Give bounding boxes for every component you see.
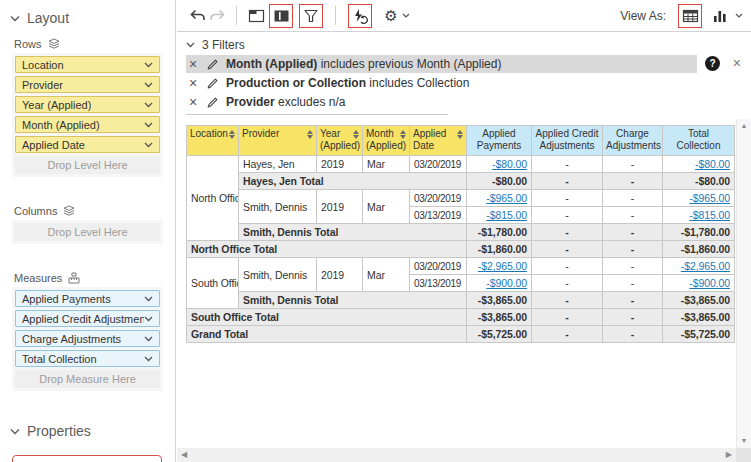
field-pill[interactable]: Applied Credit Adjustments xyxy=(15,310,160,327)
field-pill[interactable]: Provider xyxy=(15,76,160,93)
filter-row[interactable]: ×Provider excludes n/a xyxy=(186,93,748,111)
amount-link[interactable]: -$80.00 xyxy=(695,158,730,170)
column-header-dimension[interactable]: Applied Date xyxy=(410,126,467,156)
field-pill[interactable]: Month (Applied) xyxy=(15,116,160,133)
table-cell: 03/13/2019 xyxy=(410,275,467,292)
report-options-button[interactable]: Report Options... xyxy=(12,455,162,462)
column-header-label: Applied Credit Adjustments xyxy=(536,128,599,151)
column-header-measure[interactable]: Charge Adjustments xyxy=(603,126,663,156)
auto-refresh-icon[interactable] xyxy=(350,6,370,26)
close-filter-detail-icon[interactable]: × xyxy=(733,55,741,71)
chevron-down-icon[interactable] xyxy=(735,13,743,18)
rows-drop-hint[interactable]: Drop Level Here xyxy=(15,156,160,174)
field-pill[interactable]: Location xyxy=(15,56,160,73)
scroll-right-icon[interactable]: ▶ xyxy=(726,448,732,462)
scroll-up-icon[interactable]: ▲ xyxy=(737,121,751,131)
sort-icon[interactable] xyxy=(400,130,406,139)
column-header-dimension[interactable]: Location xyxy=(187,126,239,156)
filter-bar[interactable]: ×Production or Collection includes Colle… xyxy=(186,74,748,92)
column-header-label: Total Collection xyxy=(677,128,721,151)
amount-link[interactable]: -$2,965.00 xyxy=(681,260,730,272)
amount-link[interactable]: -$815.00 xyxy=(486,209,527,221)
field-pill-label: Year (Applied) xyxy=(22,99,91,111)
filters-header[interactable]: 3 Filters xyxy=(186,35,751,54)
sort-icon[interactable] xyxy=(457,130,463,139)
table-view-icon[interactable] xyxy=(680,6,700,26)
field-pill-label: Month (Applied) xyxy=(22,119,100,131)
table-cell: - xyxy=(532,173,603,190)
amount-link[interactable]: -$815.00 xyxy=(689,209,730,221)
table-cell: -$5,725.00 xyxy=(663,326,735,343)
edit-filter-pencil-icon[interactable] xyxy=(206,58,219,71)
scroll-left-icon[interactable]: ◀ xyxy=(181,448,187,462)
table-row: South OfficeSmith, Dennis2019Mar03/20/20… xyxy=(187,258,735,275)
field-pill[interactable]: Total Collection xyxy=(15,350,160,367)
column-header-measure[interactable]: Total Collection xyxy=(663,126,735,156)
edit-filter-pencil-icon[interactable] xyxy=(206,77,219,90)
table-cell: - xyxy=(603,258,663,275)
amount-link[interactable]: -$965.00 xyxy=(689,192,730,204)
table-cell: 2019 xyxy=(317,190,363,224)
filter-description: Provider excludes n/a xyxy=(226,95,345,109)
column-header-measure[interactable]: Applied Credit Adjustments xyxy=(532,126,603,156)
table-cell: 03/20/2019 xyxy=(410,258,467,275)
table-cell: - xyxy=(603,326,663,343)
table-cell: -$965.00 xyxy=(663,190,735,207)
sort-icon[interactable] xyxy=(353,130,359,139)
amount-link[interactable]: -$2,965.00 xyxy=(478,260,527,272)
table-cell: Smith, Dennis Total xyxy=(239,292,467,309)
amount-link[interactable]: -$900.00 xyxy=(486,277,527,289)
amount-link[interactable]: -$80.00 xyxy=(492,158,527,170)
layout-section-header[interactable]: Layout xyxy=(0,6,175,32)
filter-bar[interactable]: ×Provider excludes n/a xyxy=(186,93,748,111)
column-header-dimension[interactable]: Provider xyxy=(239,126,317,156)
table-cell: - xyxy=(532,224,603,241)
measures-drop-hint[interactable]: Drop Measure Here xyxy=(15,370,160,388)
table-cell: South Office Total xyxy=(187,309,467,326)
amount-link[interactable]: -$900.00 xyxy=(689,277,730,289)
chart-view-icon[interactable] xyxy=(710,6,730,26)
column-header-dimension[interactable]: Month (Applied) xyxy=(363,126,410,156)
chevron-down-icon xyxy=(144,142,153,148)
properties-section-header[interactable]: Properties xyxy=(0,419,175,445)
properties-section-title: Properties xyxy=(27,423,91,439)
remove-filter-icon[interactable]: × xyxy=(187,57,199,71)
field-pill[interactable]: Applied Payments xyxy=(15,290,160,307)
field-pill[interactable]: Year (Applied) xyxy=(15,96,160,113)
filter-row[interactable]: ×Month (Applied) includes previous Month… xyxy=(186,55,748,73)
horizontal-scrollbar[interactable]: ◀ ▶ xyxy=(177,448,736,462)
measures-icon xyxy=(67,272,81,284)
layout-panel-icon[interactable] xyxy=(271,6,291,26)
view-as-label: View As: xyxy=(620,9,666,23)
filter-row[interactable]: ×Production or Collection includes Colle… xyxy=(186,74,748,92)
remove-filter-icon[interactable]: × xyxy=(187,95,199,109)
edit-filter-pencil-icon[interactable] xyxy=(206,96,219,109)
sort-icon[interactable] xyxy=(307,130,313,139)
filter-bar[interactable]: ×Month (Applied) includes previous Month… xyxy=(186,55,697,73)
filter-funnel-icon[interactable] xyxy=(301,6,321,26)
remove-filter-icon[interactable]: × xyxy=(187,76,199,90)
column-header-measure[interactable]: Applied Payments xyxy=(467,126,532,156)
columns-drop-hint[interactable]: Drop Level Here xyxy=(15,223,160,241)
field-pill[interactable]: Applied Date xyxy=(15,136,160,153)
table-cell: - xyxy=(603,156,663,173)
chevron-down-icon xyxy=(402,13,410,18)
table-cell: -$815.00 xyxy=(467,207,532,224)
field-pill[interactable]: Charge Adjustments xyxy=(15,330,160,347)
chevron-down-icon xyxy=(10,15,20,22)
redo-icon[interactable] xyxy=(207,6,227,26)
layout-window-icon[interactable] xyxy=(246,6,266,26)
toolbar-separator xyxy=(335,6,336,25)
amount-link[interactable]: -$965.00 xyxy=(486,192,527,204)
chevron-down-icon xyxy=(144,122,153,128)
help-icon[interactable]: ? xyxy=(705,56,720,71)
layers-icon xyxy=(47,38,61,50)
column-header-dimension[interactable]: Year (Applied) xyxy=(317,126,363,156)
sort-icon[interactable] xyxy=(229,130,235,139)
undo-icon[interactable] xyxy=(187,6,207,26)
vertical-scrollbar[interactable]: ▲ ▼ xyxy=(736,119,751,448)
scroll-down-icon[interactable]: ▼ xyxy=(737,436,751,446)
settings-gear-icon[interactable]: ⚙ xyxy=(381,6,401,26)
table-row: Smith, Dennis Total-$3,865.00---$3,865.0… xyxy=(187,292,735,309)
toolbar-separator xyxy=(236,6,237,25)
